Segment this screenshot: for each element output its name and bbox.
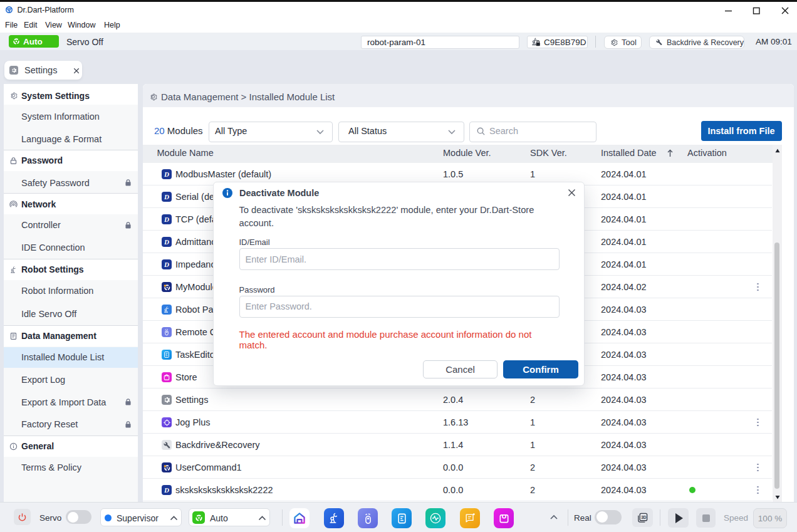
svg-text:3D: 3D xyxy=(641,515,647,519)
